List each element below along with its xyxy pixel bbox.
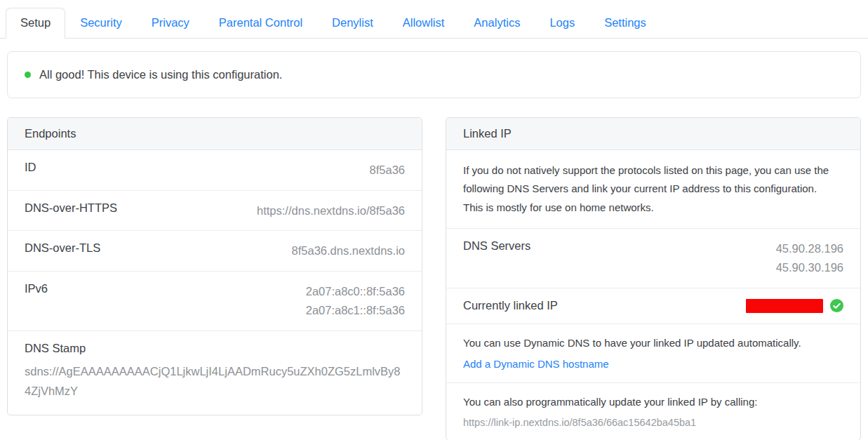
green-status-dot-icon [25, 72, 31, 78]
linked-ip-intro-text: If you do not natively support the proto… [446, 150, 853, 228]
status-banner: All good! This device is using this conf… [7, 51, 861, 98]
dns-stamp-value: sdns://AgEAAAAAAAAACjQ1LjkwLjI4LjAADmRuc… [25, 361, 405, 404]
ipv6-label: IPv6 [25, 282, 48, 295]
dynamic-dns-section: You can use Dynamic DNS to have your lin… [446, 324, 860, 382]
doh-label: DNS-over-HTTPS [25, 201, 117, 215]
endpoint-row-doh: DNS-over-HTTPS https://dns.nextdns.io/8f… [8, 190, 422, 231]
add-dynamic-dns-hostname-link[interactable]: Add a Dynamic DNS hostname [463, 358, 609, 370]
tab-allowlist[interactable]: Allowlist [388, 8, 460, 39]
id-label: ID [25, 161, 36, 174]
endpoint-row-ipv6: IPv6 2a07:a8c0::8f:5a36 2a07:a8c1::8f:5a… [8, 271, 422, 330]
ipv6-value-1: 2a07:a8c0::8f:5a36 [306, 285, 405, 298]
content-columns: Endpoints ID 8f5a36 DNS-over-HTTPS https… [7, 117, 861, 440]
dns-servers-row: DNS Servers 45.90.28.196 45.90.30.196 [446, 228, 860, 287]
tab-security[interactable]: Security [65, 8, 137, 39]
dns-servers-label: DNS Servers [463, 239, 530, 253]
ipv6-value-2: 2a07:a8c1::8f:5a36 [306, 304, 405, 316]
linked-ip-panel: Linked IP If you do not natively support… [446, 117, 861, 440]
dns-server-2: 45.90.30.196 [776, 261, 843, 274]
tab-setup[interactable]: Setup [6, 8, 65, 39]
doh-value: https://dns.nextdns.io/8f5a36 [257, 201, 405, 220]
endpoint-row-dot: DNS-over-TLS 8f5a36.dns.nextdns.io [8, 230, 422, 271]
tab-settings[interactable]: Settings [589, 8, 661, 39]
endpoint-row-id: ID 8f5a36 [8, 150, 422, 190]
linked-ip-panel-title: Linked IP [446, 118, 860, 150]
tab-bar: Setup Security Privacy Parental Control … [0, 0, 868, 39]
id-value: 8f5a36 [370, 161, 405, 180]
tab-analytics[interactable]: Analytics [459, 8, 535, 39]
endpoints-panel-title: Endpoints [8, 118, 422, 150]
tab-logs[interactable]: Logs [535, 8, 589, 39]
status-message: All good! This device is using this conf… [39, 68, 282, 81]
tab-parental-control[interactable]: Parental Control [204, 8, 317, 39]
tab-privacy[interactable]: Privacy [137, 8, 204, 39]
api-update-section: You can also programmatically update you… [446, 382, 860, 440]
redacted-ip-box [746, 299, 823, 313]
tab-denylist[interactable]: Denylist [317, 8, 388, 39]
dns-servers-values: 45.90.28.196 45.90.30.196 [776, 239, 843, 276]
dot-value: 8f5a36.dns.nextdns.io [292, 241, 405, 260]
currently-linked-ip-label: Currently linked IP [463, 299, 558, 312]
linked-ip-panel-body: If you do not natively support the proto… [446, 150, 860, 440]
api-update-url: https://link-ip.nextdns.io/8f5a36/66ac15… [463, 417, 843, 428]
check-circle-icon [830, 299, 843, 312]
dot-label: DNS-over-TLS [25, 241, 100, 255]
endpoints-panel-body: ID 8f5a36 DNS-over-HTTPS https://dns.nex… [8, 150, 422, 415]
dynamic-dns-text: You can use Dynamic DNS to have your lin… [463, 335, 843, 352]
currently-linked-ip-status [746, 299, 843, 313]
endpoint-row-dns-stamp: DNS Stamp sdns://AgEAAAAAAAAACjQ1LjkwLjI… [8, 331, 422, 415]
currently-linked-ip-row: Currently linked IP [446, 288, 860, 324]
dns-server-1: 45.90.28.196 [776, 242, 843, 255]
ipv6-values: 2a07:a8c0::8f:5a36 2a07:a8c1::8f:5a36 [306, 282, 405, 319]
endpoints-panel: Endpoints ID 8f5a36 DNS-over-HTTPS https… [7, 117, 422, 415]
dns-stamp-label: DNS Stamp [25, 342, 405, 355]
api-update-text: You can also programmatically update you… [463, 394, 843, 411]
